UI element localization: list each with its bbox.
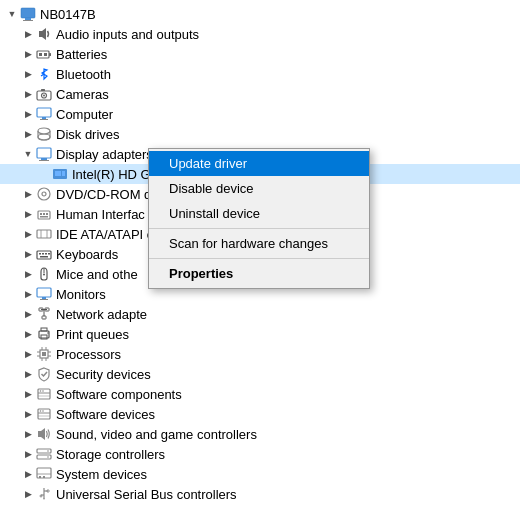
- softwaredev-label: Software devices: [56, 407, 155, 422]
- svg-rect-30: [40, 216, 48, 218]
- human-icon: [36, 206, 52, 222]
- audio-label: Audio inputs and outputs: [56, 27, 199, 42]
- batteries-label: Batteries: [56, 47, 107, 62]
- context-menu-uninstall[interactable]: Uninstall device: [149, 201, 369, 226]
- keyboards-icon: [36, 246, 52, 262]
- tree-item-computer[interactable]: ▶ Computer: [0, 104, 520, 124]
- security-icon: [36, 366, 52, 382]
- bluetooth-icon: [36, 66, 52, 82]
- mice-label: Mice and othe: [56, 267, 138, 282]
- root-expander[interactable]: ▼: [4, 6, 20, 22]
- print-label: Print queues: [56, 327, 129, 342]
- display-label: Display adapters: [56, 147, 153, 162]
- tree-item-audio[interactable]: ▶ Audio inputs and outputs: [0, 24, 520, 44]
- batteries-expander[interactable]: ▶: [20, 46, 36, 62]
- tree-item-usb[interactable]: ▶ Universal Serial Bus controllers: [0, 484, 520, 504]
- disk-expander[interactable]: ▶: [20, 126, 36, 142]
- softwaredev-expander[interactable]: ▶: [20, 406, 36, 422]
- svg-rect-56: [42, 352, 46, 356]
- root-icon: [20, 6, 36, 22]
- storage-expander[interactable]: ▶: [20, 446, 36, 462]
- network-icon: [36, 306, 52, 322]
- human-expander[interactable]: ▶: [20, 206, 36, 222]
- context-menu-properties[interactable]: Properties: [149, 261, 369, 286]
- svg-rect-19: [41, 158, 47, 160]
- svg-point-25: [42, 192, 46, 196]
- monitors-expander[interactable]: ▶: [20, 286, 36, 302]
- usb-icon: [36, 486, 52, 502]
- bluetooth-label: Bluetooth: [56, 67, 111, 82]
- print-icon: [36, 326, 52, 342]
- svg-rect-28: [43, 213, 45, 215]
- svg-rect-23: [62, 171, 65, 176]
- tree-item-cameras[interactable]: ▶ Cameras: [0, 84, 520, 104]
- svg-rect-11: [41, 89, 45, 91]
- svg-rect-14: [42, 117, 46, 119]
- svg-rect-36: [42, 253, 44, 255]
- context-menu-scan[interactable]: Scan for hardware changes: [149, 231, 369, 256]
- root-label: NB0147B: [40, 7, 96, 22]
- svg-rect-15: [40, 119, 48, 120]
- display-expander[interactable]: ▼: [20, 146, 36, 162]
- mice-icon: [36, 266, 52, 282]
- keyboards-label: Keyboards: [56, 247, 118, 262]
- cameras-label: Cameras: [56, 87, 109, 102]
- usb-expander[interactable]: ▶: [20, 486, 36, 502]
- svg-point-12: [43, 95, 45, 97]
- tree-item-system[interactable]: ▶ System devices: [0, 464, 520, 484]
- bluetooth-expander[interactable]: ▶: [20, 66, 36, 82]
- softwarecomp-expander[interactable]: ▶: [20, 386, 36, 402]
- tree-item-print[interactable]: ▶ Print queues: [0, 324, 520, 344]
- system-label: System devices: [56, 467, 147, 482]
- sound-expander[interactable]: ▶: [20, 426, 36, 442]
- tree-item-network[interactable]: ▶ Network adapte: [0, 304, 520, 324]
- ide-icon: [36, 226, 52, 242]
- context-menu-update[interactable]: Update driver: [149, 151, 369, 176]
- svg-rect-82: [39, 476, 41, 478]
- tree-item-sound[interactable]: ▶ Sound, video and game controllers: [0, 424, 520, 444]
- context-menu-disable[interactable]: Disable device: [149, 176, 369, 201]
- gpu-expander: [36, 166, 52, 182]
- tree-item-batteries[interactable]: ▶ Batteries: [0, 44, 520, 64]
- tree-item-disk[interactable]: ▶ Disk drives: [0, 124, 520, 144]
- svg-point-16: [38, 128, 50, 134]
- sound-icon: [36, 426, 52, 442]
- svg-rect-20: [39, 160, 49, 161]
- audio-expander[interactable]: ▶: [20, 26, 36, 42]
- svg-rect-39: [40, 256, 48, 258]
- display-icon: [36, 146, 52, 162]
- system-expander[interactable]: ▶: [20, 466, 36, 482]
- processors-label: Processors: [56, 347, 121, 362]
- cameras-icon: [36, 86, 52, 102]
- batteries-icon: [36, 46, 52, 62]
- audio-icon: [36, 26, 52, 42]
- tree-item-softwarecomp[interactable]: ▶ Software components: [0, 384, 520, 404]
- keyboards-expander[interactable]: ▶: [20, 246, 36, 262]
- tree-item-softwaredev[interactable]: ▶ Software devices: [0, 404, 520, 424]
- svg-rect-27: [40, 213, 42, 215]
- tree-item-bluetooth[interactable]: ▶ Bluetooth: [0, 64, 520, 84]
- tree-root[interactable]: ▼ NB0147B: [0, 4, 520, 24]
- network-expander[interactable]: ▶: [20, 306, 36, 322]
- mice-expander[interactable]: ▶: [20, 266, 36, 282]
- svg-rect-34: [37, 251, 51, 259]
- svg-point-24: [38, 188, 50, 200]
- svg-rect-13: [37, 108, 51, 117]
- svg-rect-22: [55, 171, 61, 176]
- computer-expander[interactable]: ▶: [20, 106, 36, 122]
- tree-item-security[interactable]: ▶ Security devices: [0, 364, 520, 384]
- dvd-expander[interactable]: ▶: [20, 186, 36, 202]
- tree-item-processors[interactable]: ▶ Processors: [0, 344, 520, 364]
- print-expander[interactable]: ▶: [20, 326, 36, 342]
- usb-label: Universal Serial Bus controllers: [56, 487, 237, 502]
- svg-point-73: [40, 410, 42, 412]
- tree-item-storage[interactable]: ▶ Storage controllers: [0, 444, 520, 464]
- ide-expander[interactable]: ▶: [20, 226, 36, 242]
- svg-marker-3: [39, 28, 46, 40]
- processors-expander[interactable]: ▶: [20, 346, 36, 362]
- security-expander[interactable]: ▶: [20, 366, 36, 382]
- storage-label: Storage controllers: [56, 447, 165, 462]
- cameras-expander[interactable]: ▶: [20, 86, 36, 102]
- svg-rect-77: [37, 455, 51, 459]
- softwarecomp-label: Software components: [56, 387, 182, 402]
